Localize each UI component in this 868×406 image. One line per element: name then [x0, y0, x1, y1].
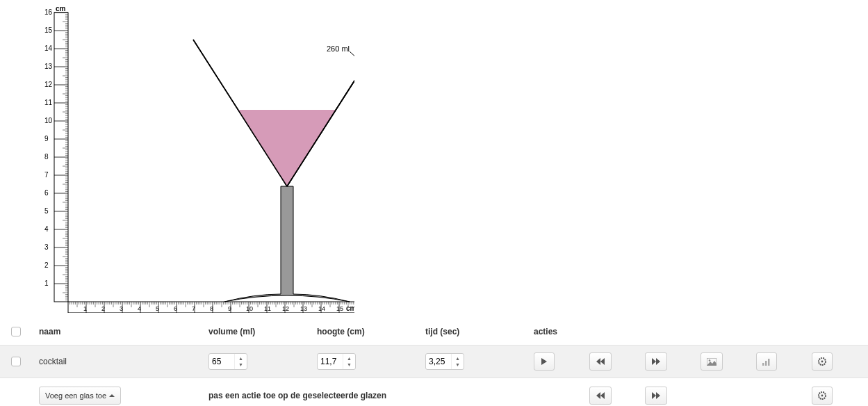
svg-text:13: 13	[300, 305, 307, 312]
volume-annotation: 260 ml	[327, 44, 354, 58]
svg-text:6: 6	[44, 189, 49, 197]
svg-text:16: 16	[44, 8, 53, 16]
forward-icon	[651, 358, 661, 365]
svg-text:2: 2	[44, 261, 49, 269]
svg-text:3: 3	[44, 243, 49, 251]
svg-rect-367	[768, 359, 770, 366]
rewind-icon	[596, 392, 605, 399]
svg-text:7: 7	[192, 305, 195, 312]
time-stepper[interactable]: ▲▼	[425, 353, 464, 370]
svg-text:8: 8	[210, 305, 213, 312]
svg-point-364	[709, 359, 711, 362]
svg-text:9: 9	[228, 305, 231, 312]
svg-text:4: 4	[44, 225, 49, 233]
glass-shape	[193, 40, 354, 302]
col-actions: acties	[530, 324, 585, 339]
axis-unit-y: cm	[56, 6, 66, 13]
axis-unit-x: cm	[346, 304, 354, 312]
svg-text:14: 14	[318, 305, 325, 312]
volume-stepper[interactable]: ▲▼	[208, 353, 247, 370]
chart-button[interactable]	[756, 352, 777, 371]
svg-text:1: 1	[83, 305, 87, 312]
svg-point-371	[821, 395, 824, 397]
svg-text:6: 6	[174, 305, 177, 312]
svg-text:12: 12	[44, 81, 53, 88]
col-name: naam	[35, 324, 204, 339]
gear-icon	[818, 357, 826, 366]
svg-rect-365	[762, 363, 764, 366]
time-up-icon[interactable]: ▲	[452, 355, 464, 362]
svg-text:2: 2	[101, 305, 105, 312]
col-volume: volume (ml)	[204, 324, 313, 339]
svg-text:5: 5	[156, 305, 159, 312]
svg-text:3: 3	[120, 305, 123, 312]
bulk-rewind-button[interactable]	[589, 387, 612, 405]
rewind-button[interactable]	[589, 352, 612, 371]
picture-icon	[707, 358, 716, 366]
height-down-icon[interactable]: ▼	[343, 362, 355, 368]
row-select-checkbox[interactable]	[11, 357, 21, 366]
svg-line-361	[350, 51, 354, 58]
svg-text:8: 8	[44, 153, 49, 161]
forward-icon	[651, 392, 661, 399]
svg-rect-366	[765, 361, 767, 366]
time-input[interactable]	[426, 354, 451, 369]
volume-input[interactable]	[209, 354, 234, 369]
bulk-forward-button[interactable]	[645, 387, 667, 405]
svg-text:5: 5	[44, 207, 49, 215]
svg-text:11: 11	[264, 305, 271, 312]
add-glass-label: Voeg een glas toe	[45, 391, 106, 400]
height-up-icon[interactable]: ▲	[343, 355, 355, 362]
svg-text:12: 12	[282, 305, 289, 312]
volume-up-icon[interactable]: ▲	[235, 355, 247, 362]
svg-text:14: 14	[44, 44, 53, 52]
svg-text:1: 1	[44, 279, 49, 287]
svg-text:7: 7	[44, 171, 49, 179]
caret-up-icon	[109, 394, 115, 397]
settings-button[interactable]	[812, 352, 833, 371]
time-down-icon[interactable]: ▼	[452, 362, 464, 368]
glass-visualization: cm cm 12345678910111213141516 1234567891…	[0, 0, 868, 317]
add-glass-button[interactable]: Voeg een glas toe	[39, 387, 121, 405]
table-row: cocktail ▲▼ ▲▼ ▲▼	[0, 345, 868, 378]
svg-text:260 ml: 260 ml	[327, 44, 350, 53]
select-all-checkbox[interactable]	[11, 327, 21, 336]
svg-text:4: 4	[138, 305, 141, 312]
svg-text:15: 15	[336, 305, 343, 312]
table-header: naam volume (ml) hoogte (cm) tijd (sec) …	[0, 317, 868, 345]
svg-text:10: 10	[246, 305, 253, 312]
height-stepper[interactable]: ▲▼	[317, 353, 356, 370]
row-name: cocktail	[35, 354, 204, 369]
col-height: hoogte (cm)	[313, 324, 421, 339]
svg-text:13: 13	[44, 63, 53, 70]
gear-icon	[818, 391, 826, 400]
image-button[interactable]	[701, 352, 723, 371]
svg-point-369	[821, 361, 824, 363]
play-button[interactable]	[534, 352, 555, 371]
svg-text:9: 9	[44, 135, 49, 143]
play-icon	[541, 358, 548, 365]
bars-icon	[762, 358, 771, 366]
svg-text:11: 11	[44, 99, 53, 106]
svg-text:10: 10	[44, 117, 53, 124]
svg-text:15: 15	[44, 26, 53, 34]
rewind-icon	[596, 358, 605, 365]
table-footer: Voeg een glas toe pas een actie toe op d…	[0, 378, 868, 406]
bulk-settings-button[interactable]	[812, 387, 833, 405]
col-time: tijd (sec)	[421, 324, 530, 339]
volume-down-icon[interactable]: ▼	[235, 362, 247, 368]
forward-button[interactable]	[645, 352, 667, 371]
liquid-fill	[238, 110, 336, 186]
height-input[interactable]	[318, 354, 343, 369]
bulk-action-label: pas een actie toe op de geselecteerde gl…	[204, 388, 585, 403]
